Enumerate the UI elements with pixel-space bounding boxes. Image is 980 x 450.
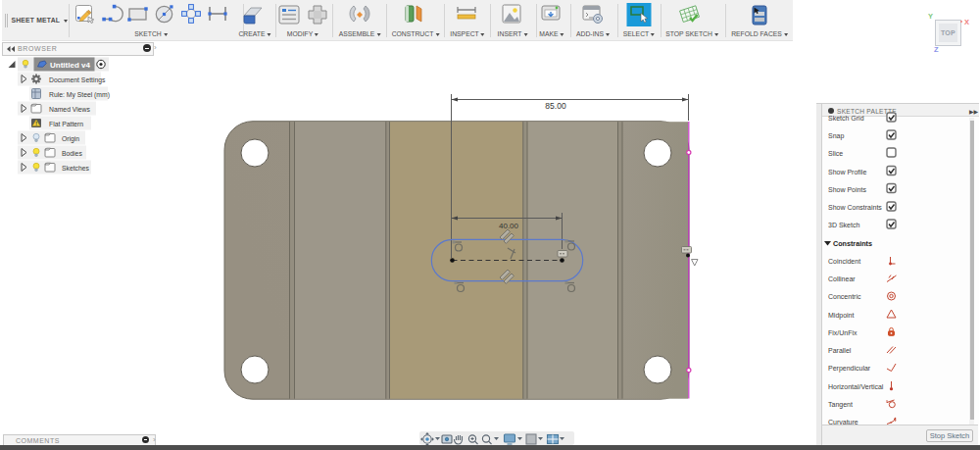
svg-text:3D Sketch: 3D Sketch xyxy=(828,222,859,228)
svg-text:Constraints: Constraints xyxy=(833,239,872,248)
svg-text:Document Settings: Document Settings xyxy=(49,76,106,84)
svg-text:Untitled v4: Untitled v4 xyxy=(50,61,90,70)
svg-text:Origin: Origin xyxy=(62,135,79,143)
svg-text:Show Profile: Show Profile xyxy=(828,169,866,175)
svg-text:Fix/UnFix: Fix/UnFix xyxy=(828,329,858,336)
svg-text:Tangent: Tangent xyxy=(828,401,853,409)
svg-text:Sketches: Sketches xyxy=(62,165,90,172)
svg-text:Bodies: Bodies xyxy=(62,150,82,157)
svg-text:Slice: Slice xyxy=(828,150,843,157)
svg-text:Flat Pattern: Flat Pattern xyxy=(49,121,83,127)
svg-text:Midpoint: Midpoint xyxy=(828,312,855,320)
svg-text:Parallel: Parallel xyxy=(828,347,852,354)
svg-text:40.00: 40.00 xyxy=(499,222,519,230)
svg-text:85.00: 85.00 xyxy=(545,101,566,111)
svg-text:Show Constraints: Show Constraints xyxy=(828,204,882,211)
svg-text:Show Points: Show Points xyxy=(828,186,866,193)
svg-text:Snap: Snap xyxy=(828,132,844,140)
svg-text:Perpendicular: Perpendicular xyxy=(828,365,871,373)
svg-text:Concentric: Concentric xyxy=(828,293,861,300)
svg-text:Horizontal/Vertical: Horizontal/Vertical xyxy=(828,383,884,390)
svg-text:Rule: My Steel (mm): Rule: My Steel (mm) xyxy=(49,91,110,99)
svg-text:Sketch Grid: Sketch Grid xyxy=(828,115,864,122)
svg-text:Named Views: Named Views xyxy=(49,106,90,113)
svg-text:Coincident: Coincident xyxy=(828,258,860,265)
svg-text:Collinear: Collinear xyxy=(828,275,856,282)
